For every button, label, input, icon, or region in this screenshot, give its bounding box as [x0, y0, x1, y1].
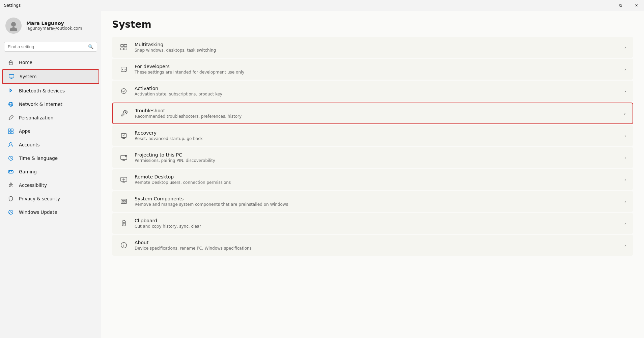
- user-email: lagunoymara@outlook.com: [26, 26, 82, 31]
- settings-item-title-remote-desktop: Remote Desktop: [135, 174, 618, 179]
- settings-item-desc-activation: Activation state, subscriptions, product…: [135, 92, 618, 96]
- user-name: Mara Lagunoy: [26, 21, 82, 26]
- titlebar-title: Settings: [4, 3, 21, 8]
- accessibility-icon: [7, 182, 14, 189]
- sidebar-item-label-accounts: Accounts: [19, 142, 40, 147]
- settings-item-desc-clipboard: Cut and copy history, sync, clear: [135, 224, 618, 229]
- svg-rect-38: [121, 199, 127, 204]
- time-icon: [7, 155, 14, 162]
- clipboard-settings-icon: [119, 219, 129, 228]
- apps-icon: [7, 128, 14, 135]
- sidebar-nav: Home System Bluetooth & devices Network …: [0, 56, 101, 219]
- svg-point-0: [11, 22, 16, 27]
- settings-item-text-recovery: Recovery Reset, advanced startup, go bac…: [135, 130, 618, 141]
- svg-rect-11: [11, 132, 13, 134]
- close-button[interactable]: ✕: [628, 0, 644, 11]
- settings-item-title-about: About: [135, 240, 618, 245]
- sidebar-item-label-time: Time & language: [19, 156, 58, 161]
- search-icon: 🔍: [88, 44, 93, 49]
- settings-item-chevron-activation: ›: [624, 89, 626, 94]
- settings-item-chevron-recovery: ›: [624, 133, 626, 138]
- settings-item-remote-desktop[interactable]: Remote Desktop Remote Desktop users, con…: [112, 169, 633, 190]
- privacy-icon: [7, 195, 14, 202]
- settings-item-projecting[interactable]: Projecting to this PC Permissions, pairi…: [112, 147, 633, 168]
- svg-point-28: [121, 89, 127, 94]
- sidebar-item-accounts[interactable]: Accounts: [2, 138, 99, 151]
- svg-point-12: [9, 143, 12, 145]
- svg-rect-40: [124, 200, 125, 202]
- settings-item-desc-remote-desktop: Remote Desktop users, connection permiss…: [135, 180, 618, 185]
- svg-rect-23: [121, 48, 123, 50]
- settings-item-developers[interactable]: For developers These settings are intend…: [112, 59, 633, 80]
- svg-rect-10: [8, 132, 10, 134]
- sidebar-item-accessibility[interactable]: Accessibility: [2, 178, 99, 192]
- sidebar-item-gaming[interactable]: Gaming: [2, 165, 99, 178]
- settings-item-text-remote-desktop: Remote Desktop Remote Desktop users, con…: [135, 174, 618, 185]
- app-container: Mara Lagunoy lagunoymara@outlook.com 🔍 H…: [0, 11, 644, 338]
- sidebar-item-label-accessibility: Accessibility: [19, 182, 47, 188]
- sidebar-item-label-privacy: Privacy & security: [19, 196, 60, 201]
- settings-item-title-developers: For developers: [135, 64, 618, 69]
- settings-list: Multitasking Snap windows, desktops, tas…: [112, 37, 633, 256]
- search-input[interactable]: [8, 44, 85, 49]
- restore-button[interactable]: ⧉: [613, 0, 628, 11]
- settings-item-about[interactable]: About Device specifications, rename PC, …: [112, 235, 633, 256]
- settings-item-title-activation: Activation: [135, 86, 618, 91]
- sidebar-item-update[interactable]: Windows Update: [2, 205, 99, 219]
- sidebar-item-label-update: Windows Update: [19, 209, 57, 215]
- sidebar-item-label-apps: Apps: [19, 129, 30, 134]
- svg-point-19: [10, 183, 11, 184]
- sidebar: Mara Lagunoy lagunoymara@outlook.com 🔍 H…: [0, 11, 101, 338]
- sidebar-item-label-gaming: Gaming: [19, 169, 37, 174]
- sidebar-item-system[interactable]: System: [2, 69, 99, 84]
- user-profile: Mara Lagunoy lagunoymara@outlook.com: [0, 11, 101, 39]
- main-content: System Multitasking Snap windows, deskto…: [101, 11, 644, 338]
- sidebar-item-bluetooth[interactable]: Bluetooth & devices: [2, 84, 99, 97]
- activation-settings-icon: [119, 86, 129, 96]
- personalization-icon: [7, 114, 14, 121]
- settings-item-text-about: About Device specifications, rename PC, …: [135, 240, 618, 251]
- settings-item-text-developers: For developers These settings are intend…: [135, 64, 618, 75]
- settings-item-text-projecting: Projecting to this PC Permissions, pairi…: [135, 152, 618, 163]
- settings-item-clipboard[interactable]: Clipboard Cut and copy history, sync, cl…: [112, 213, 633, 234]
- bluetooth-icon: [7, 87, 14, 94]
- recovery-settings-icon: [119, 131, 129, 140]
- titlebar-controls: — ⧉ ✕: [597, 0, 644, 11]
- system-icon: [8, 73, 15, 80]
- sidebar-item-apps[interactable]: Apps: [2, 124, 99, 138]
- settings-item-chevron-developers: ›: [624, 67, 626, 72]
- page-title: System: [112, 19, 633, 30]
- svg-rect-39: [122, 200, 123, 202]
- update-icon: [7, 209, 14, 216]
- sidebar-item-time[interactable]: Time & language: [2, 151, 99, 165]
- developers-settings-icon: [119, 64, 129, 74]
- settings-item-title-recovery: Recovery: [135, 130, 618, 136]
- settings-item-desc-system-components: Remove and manage system components that…: [135, 202, 618, 207]
- svg-rect-22: [124, 45, 127, 47]
- sidebar-item-privacy[interactable]: Privacy & security: [2, 192, 99, 205]
- settings-item-desc-recovery: Reset, advanced startup, go back: [135, 136, 618, 141]
- sidebar-item-home[interactable]: Home: [2, 56, 99, 69]
- search-box[interactable]: 🔍: [4, 42, 97, 52]
- search-container: 🔍: [0, 39, 101, 56]
- settings-item-chevron-remote-desktop: ›: [624, 177, 626, 182]
- settings-item-title-clipboard: Clipboard: [135, 218, 618, 223]
- home-icon: [7, 59, 14, 66]
- svg-point-1: [10, 27, 17, 31]
- settings-item-multitasking[interactable]: Multitasking Snap windows, desktops, tas…: [112, 37, 633, 58]
- sidebar-item-personalization[interactable]: Personalization: [2, 111, 99, 124]
- settings-item-title-troubleshoot: Troubleshoot: [135, 108, 618, 113]
- sidebar-item-network[interactable]: Network & internet: [2, 97, 99, 111]
- svg-rect-21: [121, 45, 123, 47]
- minimize-button[interactable]: —: [597, 0, 613, 11]
- settings-item-troubleshoot[interactable]: Troubleshoot Recommended troubleshooters…: [112, 103, 633, 124]
- settings-item-chevron-clipboard: ›: [624, 221, 626, 226]
- settings-item-title-projecting: Projecting to this PC: [135, 152, 618, 158]
- settings-item-desc-troubleshoot: Recommended troubleshooters, preferences…: [135, 114, 618, 119]
- settings-item-recovery[interactable]: Recovery Reset, advanced startup, go bac…: [112, 125, 633, 146]
- settings-item-activation[interactable]: Activation Activation state, subscriptio…: [112, 81, 633, 102]
- settings-item-title-system-components: System Components: [135, 196, 618, 201]
- avatar: [5, 18, 22, 34]
- titlebar: Settings — ⧉ ✕: [0, 0, 644, 11]
- settings-item-system-components[interactable]: System Components Remove and manage syst…: [112, 191, 633, 212]
